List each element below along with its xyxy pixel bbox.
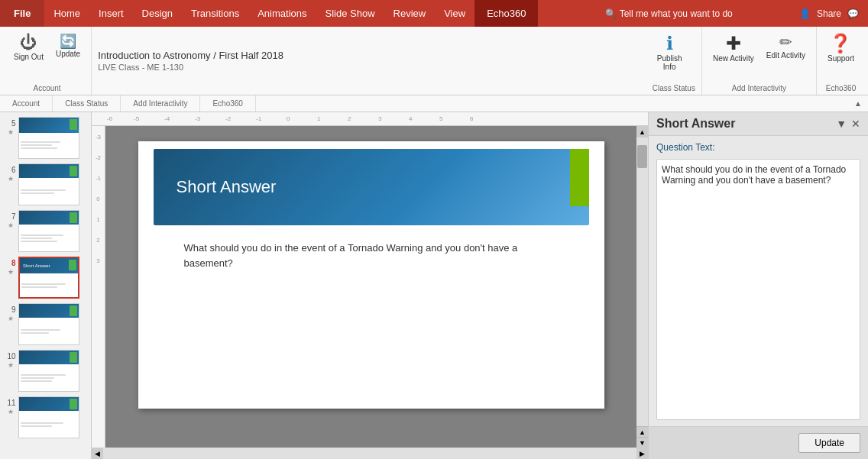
new-activity-label: New Activity <box>713 54 754 63</box>
echo-badge <box>70 212 77 223</box>
slide-thumbnail[interactable] <box>18 303 79 345</box>
search-text: Tell me what you want to do <box>620 8 733 19</box>
publish-info-label: PublishInfo <box>657 54 682 71</box>
file-menu[interactable]: File <box>0 0 44 27</box>
new-activity-button[interactable]: ✚ New Activity <box>708 31 759 66</box>
add-icon: ✚ <box>726 34 741 53</box>
slide-item[interactable]: 11 ★ <box>0 395 91 440</box>
slide-item[interactable]: 9 ★ <box>0 302 91 347</box>
thumb-body <box>21 275 76 296</box>
panel-controls: ▼ ✕ <box>836 118 860 130</box>
slide-thumbnail[interactable] <box>18 396 79 438</box>
scroll-right-button[interactable]: ▶ <box>636 448 648 459</box>
sign-out-label: Sign Out <box>14 53 44 61</box>
scroll-up-button[interactable]: ▲ <box>636 126 648 137</box>
ribbon-add-interactivity-section: ✚ New Activity ✏ Edit Activity Add Inter… <box>702 27 817 95</box>
question-text-box[interactable]: What should you do in the event of a Tor… <box>656 159 860 420</box>
share-button[interactable]: Share <box>817 8 841 19</box>
support-label: Support <box>828 54 854 63</box>
edit-activity-label: Edit Activity <box>766 51 805 60</box>
thumb-body <box>21 179 77 203</box>
close-icon[interactable]: ✕ <box>851 118 860 130</box>
search-icon: 🔍 <box>605 8 617 19</box>
slide-thumbnail[interactable] <box>18 210 79 252</box>
slide-number: 10 <box>4 353 16 360</box>
slide-thumbnail[interactable] <box>18 117 79 159</box>
slide-canvas: Short Answer What should you do in the e… <box>138 141 604 409</box>
slide-item-active[interactable]: 8 ★ Short Answer <box>0 255 91 300</box>
support-button[interactable]: ❓ Support <box>823 31 859 66</box>
update-ribbon-button[interactable]: 🔄 Update <box>51 31 85 61</box>
document-subtitle: LIVE Class - ME 1-130 <box>98 63 640 72</box>
star-icon: ★ <box>8 315 14 322</box>
green-accent-rect <box>570 149 589 206</box>
vertical-scrollbar[interactable]: ▲ ▲ ▼ <box>636 126 648 448</box>
ribbon-class-status-section: ℹ PublishInfo Class Status <box>646 27 702 95</box>
main-area: 5 ★ 6 ★ <box>0 112 868 459</box>
echo-badge <box>69 260 76 270</box>
slide-thumbnail[interactable] <box>18 350 79 392</box>
slide-panel[interactable]: 5 ★ 6 ★ <box>0 112 92 459</box>
panel-header: Short Answer ▼ ✕ <box>649 112 868 136</box>
star-icon: ★ <box>8 268 14 276</box>
title-bar-actions: 👤 Share 💬 <box>799 0 868 27</box>
edit-icon: ✏ <box>779 34 792 50</box>
rb-echo360: Echo360 <box>200 95 255 112</box>
echo360-section-label: Echo360 <box>823 84 859 95</box>
slide-item[interactable]: 7 ★ <box>0 208 91 254</box>
rb-class-status: Class Status <box>53 95 121 112</box>
home-menu[interactable]: Home <box>44 0 89 27</box>
title-bar: File Home Insert Design Transitions Anim… <box>0 0 868 27</box>
slide-item[interactable]: 10 ★ <box>0 348 91 393</box>
update-button[interactable]: Update <box>798 433 860 453</box>
account-buttons: ⏻ Sign Out 🔄 Update <box>9 31 85 84</box>
star-icon: ★ <box>8 361 14 369</box>
panel-title: Short Answer <box>656 117 735 131</box>
ribbon: ⏻ Sign Out 🔄 Update Account Introduction… <box>0 27 868 95</box>
minimize-icon[interactable]: ▼ <box>836 118 847 130</box>
update-icon: 🔄 <box>60 34 76 48</box>
support-icon: ❓ <box>829 34 852 53</box>
echo360-menu[interactable]: Echo360 <box>474 0 538 27</box>
search-bar[interactable]: 🔍 Tell me what you want to do <box>538 0 799 27</box>
slide-thumbnail[interactable]: Short Answer <box>18 257 79 299</box>
ribbon-account-section: ⏻ Sign Out 🔄 Update Account <box>3 27 92 95</box>
review-menu[interactable]: Review <box>384 0 436 27</box>
comments-icon[interactable]: 💬 <box>847 8 859 19</box>
horizontal-ruler: -6 -5 -4 -3 -2 -1 0 1 2 3 4 5 6 <box>92 112 648 126</box>
scroll-thumb[interactable] <box>637 145 647 168</box>
animations-menu[interactable]: Animations <box>248 0 316 27</box>
publish-info-button[interactable]: ℹ PublishInfo <box>653 31 687 74</box>
thumb-body <box>21 366 77 390</box>
slide-item[interactable]: 6 ★ <box>0 162 91 207</box>
horizontal-scrollbar[interactable]: ◀ ▶ <box>92 448 648 459</box>
right-panel: Short Answer ▼ ✕ Question Text: What sho… <box>648 112 868 459</box>
edit-activity-button[interactable]: ✏ Edit Activity <box>762 31 810 63</box>
slideshow-menu[interactable]: Slide Show <box>316 0 384 27</box>
scroll-left-button[interactable]: ◀ <box>92 448 103 459</box>
user-icon: 👤 <box>799 8 811 19</box>
transitions-menu[interactable]: Transitions <box>182 0 248 27</box>
document-title-area: Introduction to Astronomy / First Half 2… <box>92 27 646 95</box>
panel-body: Question Text: What should you do in the… <box>649 136 868 426</box>
star-icon: ★ <box>8 175 14 183</box>
thumb-body <box>21 412 77 436</box>
collapse-ribbon-btn[interactable]: ▲ <box>854 99 868 108</box>
star-icon: ★ <box>8 128 14 136</box>
sign-out-button[interactable]: ⏻ Sign Out <box>9 31 48 64</box>
panel-footer: Update <box>649 426 868 459</box>
view-menu[interactable]: View <box>435 0 474 27</box>
sign-out-icon: ⏻ <box>20 34 37 51</box>
slide-thumbnail[interactable] <box>18 163 79 205</box>
insert-menu[interactable]: Insert <box>89 0 133 27</box>
scroll-bottom-arrows: ▲ ▼ <box>636 426 648 448</box>
document-title: Introduction to Astronomy / First Half 2… <box>98 50 640 61</box>
ribbon-echo360-section: ❓ Support Echo360 <box>817 27 865 95</box>
slide-number: 8 <box>4 260 16 267</box>
slide-item[interactable]: 5 ★ <box>0 115 91 160</box>
scroll-track <box>636 137 648 426</box>
scroll-up-arrow[interactable]: ▲ <box>636 426 648 437</box>
design-menu[interactable]: Design <box>133 0 182 27</box>
add-interactivity-buttons: ✚ New Activity ✏ Edit Activity <box>708 31 810 84</box>
scroll-down-arrow[interactable]: ▼ <box>636 437 648 448</box>
